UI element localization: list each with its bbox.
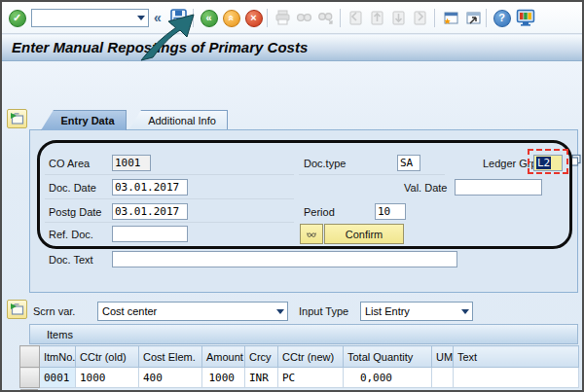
col-total-quantity[interactable]: Total Quantity [344,346,432,368]
enter-icon[interactable]: ✓ [8,9,26,27]
col-text[interactable]: Text [454,346,579,368]
col-cctr-old[interactable]: CCtr (old) [76,346,139,368]
cell-text[interactable] [454,368,579,388]
print-icon [274,9,292,27]
cell-itmno[interactable]: 0001 [40,368,76,388]
cell-um[interactable] [432,368,454,388]
toolbar-separator [434,9,435,27]
chevron-down-icon[interactable] [134,10,148,26]
cell-cctr-new[interactable]: PC [278,368,344,388]
confirm-button[interactable]: Confirm [324,224,404,244]
first-page-icon [347,9,365,27]
chevron-down-icon[interactable] [458,303,472,320]
items-table: ItmNo. CCtr (old) Cost Elem. Amount Crcy… [19,345,579,388]
command-field[interactable] [31,9,149,27]
tab-additional-info[interactable]: Additional Info [128,110,228,130]
create-shortcut-icon[interactable] [463,9,482,27]
val-date-label: Val. Date [404,182,447,194]
input-type-label: Input Type [299,305,348,317]
col-cctr-new[interactable]: CCtr (new) [278,346,344,368]
toolbar-separator [340,9,341,27]
postg-date-field[interactable]: 03.01.2017 [112,203,188,220]
items-group-icon[interactable] [7,300,27,319]
items-section-header: Items [29,324,578,344]
chevron-down-icon[interactable] [274,303,287,320]
previous-page-icon [368,9,386,27]
tab-entry-data[interactable]: Entry Data [41,110,127,130]
row-selector[interactable] [20,368,40,388]
collapse-icon[interactable]: « [154,9,162,27]
cell-crcy[interactable]: INR [245,368,278,388]
sap-window: ✓ « « « × [0,0,584,392]
save-icon[interactable] [169,8,188,26]
cell-total-quantity[interactable]: 0,000 [344,368,432,388]
last-page-icon [411,9,429,27]
display-glasses-button[interactable] [300,224,323,244]
period-label: Period [304,206,335,218]
cell-amount[interactable]: 1000 [202,368,245,388]
multiple-selection-icon[interactable] [568,154,582,171]
row-divider [45,174,294,175]
doc-text-field[interactable] [112,251,457,267]
glasses-icon [307,229,316,240]
toolbar-separator [193,9,194,27]
row-divider [299,174,445,175]
folder-flag-icon [10,112,24,125]
ref-doc-label: Ref. Doc. [49,229,93,240]
ledger-grp-field[interactable]: L2 [533,155,563,171]
cancel-icon[interactable]: × [244,9,263,27]
scrn-var-select[interactable]: Cost center [97,302,288,321]
co-area-label: CO Area [49,158,90,169]
customize-layout-icon[interactable] [515,9,536,27]
next-page-icon [389,9,408,27]
row-divider [45,198,294,199]
doc-type-field[interactable]: SA [397,155,420,171]
toolbar-separator [267,9,268,27]
col-cost-elem[interactable]: Cost Elem. [139,346,202,368]
select-all-cell[interactable] [20,346,40,368]
doc-text-label: Doc. Text [49,254,93,266]
folder-flag-icon [10,303,24,316]
ledger-grp-label: Ledger Grp [483,158,537,169]
col-itmno[interactable]: ItmNo. [40,346,76,368]
help-icon[interactable]: ? [493,9,511,27]
input-type-select[interactable]: List Entry [360,302,473,321]
doc-date-field[interactable]: 03.01.2017 [112,179,188,196]
new-session-icon[interactable] [441,9,459,27]
toolbar-separator [486,9,487,27]
floppy-disk-icon [169,8,188,26]
toolbar: ✓ « « « × [2,2,582,34]
next-row-partial [19,388,578,392]
cell-cctr-old[interactable]: 1000 [76,368,139,388]
title-bar: Enter Manual Repostings of Primary Costs [2,35,582,61]
cell-cost-elem[interactable]: 400 [139,368,202,388]
table-row: 0001 1000 400 1000 INR PC 0,000 [20,368,579,388]
find-next-icon [316,9,335,27]
col-crcy[interactable]: Crcy [245,346,278,368]
doc-date-label: Doc. Date [49,182,96,194]
doc-type-label: Doc.type [304,158,346,169]
back-icon[interactable]: « [200,9,218,27]
ref-doc-field[interactable] [112,226,188,242]
scrn-var-label: Scrn var. [33,305,75,317]
exit-up-icon[interactable]: « [222,9,240,27]
co-area-field[interactable]: 1001 [112,155,151,171]
table-header-row: ItmNo. CCtr (old) Cost Elem. Amount Crcy… [20,346,579,368]
col-amount[interactable]: Amount [202,346,245,368]
find-icon [295,9,313,27]
val-date-field[interactable] [455,179,542,196]
period-field[interactable]: 10 [375,203,406,220]
header-group-icon[interactable] [7,109,27,128]
row-divider [45,222,294,223]
postg-date-label: Postg Date [49,206,101,218]
page-title: Enter Manual Repostings of Primary Costs [2,35,582,60]
monitor-icon [516,9,535,27]
col-um[interactable]: UM [432,346,454,368]
